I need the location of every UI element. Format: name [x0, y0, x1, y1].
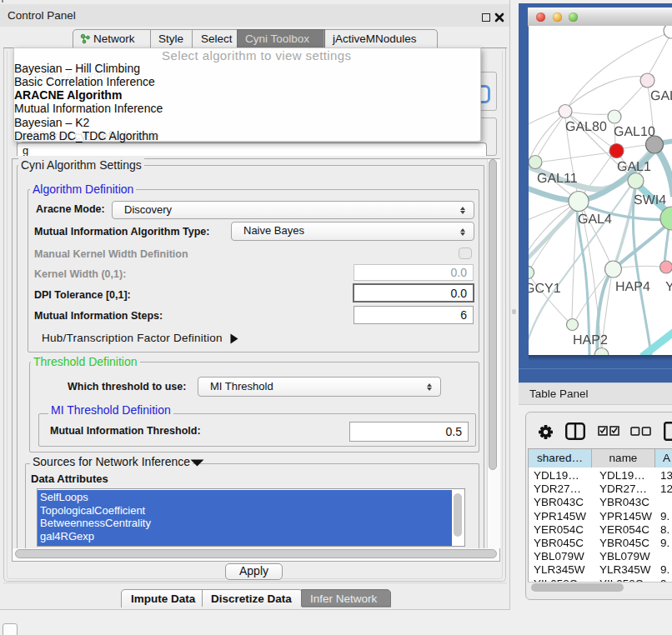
svg-text:HAP4: HAP4	[615, 280, 650, 294]
svg-text:YP: YP	[665, 280, 672, 294]
svg-text:GAL1: GAL1	[617, 160, 651, 174]
svg-text:GAL4: GAL4	[578, 212, 612, 227]
svg-text:GCY1: GCY1	[529, 282, 561, 296]
svg-text:SWI4: SWI4	[634, 193, 666, 208]
svg-text:GAL11: GAL11	[537, 172, 578, 186]
svg-text:GAL7: GAL7	[650, 89, 672, 103]
svg-text:GAL80: GAL80	[565, 120, 607, 134]
svg-text:HAP2: HAP2	[573, 333, 608, 348]
svg-text:GAL10: GAL10	[614, 125, 655, 139]
